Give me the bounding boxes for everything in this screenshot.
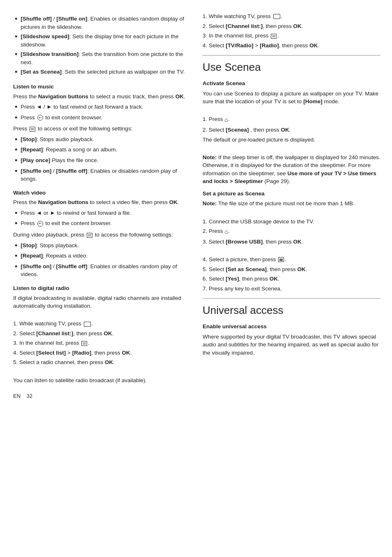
- use-scenea-heading: Use Scenea: [203, 60, 380, 75]
- set-step4: 4. Select a picture, then press .: [203, 255, 380, 264]
- back-icon: ↩: [37, 115, 43, 121]
- set-step6: 6. Select [Yes], then press OK.: [203, 275, 380, 283]
- step5-left: 5. Select a radio channel, then press OK…: [13, 358, 191, 367]
- listen-digital-radio-intro: If digital broadcasting is available, di…: [13, 294, 191, 310]
- list-item: [Slideshow speed]: Sets the display time…: [13, 32, 191, 49]
- step4-left: 4. Select [Select list] > [Radio], then …: [13, 349, 191, 357]
- activate-step1: 1. Press ⌂.: [203, 115, 380, 124]
- list-item: [Repeat]: Repeats a song or an album.: [13, 146, 191, 155]
- list-item: [Slideshow transition]: Sets the transit…: [13, 50, 191, 66]
- activate-scenea-title: Activate Scenea: [203, 79, 380, 88]
- watch-video-title: Watch video: [13, 189, 191, 197]
- step1-left: 1. While watching TV, press .: [13, 320, 191, 328]
- watch-video-intro: Press the Navigation buttons to select a…: [13, 198, 191, 207]
- step3-left: 3. In the channel list, press .: [13, 339, 191, 347]
- activate-scenea-intro: You can use Scenea to display a picture …: [203, 90, 380, 106]
- set-step3: 3. Select [Browse USB], then press OK.: [203, 238, 380, 246]
- list-item: Press ◄ or ► to rewind or fast forward a…: [13, 209, 191, 218]
- options-icon: [271, 34, 277, 39]
- tv-icon: [84, 322, 91, 327]
- options-icon: [87, 233, 92, 238]
- listen-music-bullets: Press ◄ / ► to fast rewind or fast forwa…: [13, 103, 191, 122]
- tv-icon: [273, 14, 280, 19]
- set-step2: 2. Press ⌂.: [203, 227, 380, 236]
- lang-label: EN: [13, 393, 21, 399]
- step2-left: 2. Select [Channel list:], then press OK…: [13, 330, 191, 338]
- home-icon-2: ⌂: [224, 228, 228, 235]
- list-item: Press ◄ / ► to fast rewind or fast forwa…: [13, 103, 191, 112]
- enable-universal-text: Where supported by your digital TV broad…: [203, 333, 380, 357]
- home-icon: ⌂: [224, 116, 228, 123]
- enable-universal-title: Enable universal access: [203, 323, 380, 331]
- options-icon: [30, 127, 35, 132]
- set-step5: 5. Select [Set as Scenea], then press OK…: [203, 265, 380, 274]
- step2-right: 2. Select [Channel list:], then press OK…: [203, 22, 380, 30]
- left-column: [Shuffle off] / [Shuffle on]: Enables or…: [13, 12, 191, 400]
- page-footer: EN 32: [13, 392, 191, 400]
- page: [Shuffle off] / [Shuffle on]: Enables or…: [0, 0, 392, 413]
- set-step7: 7. Press any key to exit Scenea.: [203, 285, 380, 293]
- list-item: Press ↩ to exit content browser.: [13, 114, 191, 123]
- right-column: 1. While watching TV, press . 2. Select …: [203, 12, 380, 400]
- top-bullet-list: [Shuffle off] / [Shuffle on]: Enables or…: [13, 15, 191, 77]
- set-step1: 1. Connect the USB storage device to the…: [203, 218, 380, 226]
- step4-right: 4. Select [TV/Radio] > [Radio], then pre…: [203, 42, 380, 50]
- step3-right: 3. In the channel list, press .: [203, 32, 380, 40]
- list-item: Press ↩ to exit the content browser.: [13, 219, 191, 228]
- universal-access-heading: Universal access: [203, 303, 380, 318]
- options-icon: [278, 257, 284, 262]
- watch-video-settings: [Stop]: Stops playback. [Repeat]: Repeat…: [13, 241, 191, 278]
- scenea-note: Note: If the sleep timer is off, the wal…: [203, 153, 380, 186]
- activate-note: The default or pre-loaded picture is dis…: [203, 136, 380, 144]
- listen-music-settings-intro: Press to access or exit the following se…: [13, 125, 191, 133]
- set-picture-title: Set a picture as Scenea: [203, 190, 380, 198]
- list-item: [Shuffle off] / [Shuffle on]: Enables or…: [13, 15, 191, 31]
- divider-universal: [203, 298, 380, 299]
- watch-video-bullets: Press ◄ or ► to rewind or fast forward a…: [13, 209, 191, 228]
- set-picture-note: Note: The file size of the picture must …: [203, 200, 380, 208]
- activate-step2: 2. Select [Scenea] , then press OK.: [203, 126, 380, 134]
- divider-scenea: [203, 55, 380, 56]
- listen-digital-radio-title: Listen to digital radio: [13, 284, 191, 292]
- listen-music-intro: Press the Navigation buttons to select a…: [13, 93, 191, 101]
- listen-music-settings: [Stop]: Stops audio playback. [Repeat]: …: [13, 135, 191, 183]
- options-icon: [81, 341, 87, 346]
- back-icon: ↩: [37, 221, 43, 227]
- list-item: [Play once] Plays the file once.: [13, 156, 191, 165]
- list-item: [Shuffle on] / [Shuffle off]: Enables or…: [13, 262, 191, 278]
- satellite-note: You can listen to satellite radio broadc…: [13, 376, 191, 385]
- list-item: [Shuffle on] / [Shuffle off]: Enables or…: [13, 167, 191, 183]
- list-item: [Repeat]: Repeats a video.: [13, 252, 191, 261]
- list-item: [Stop]: Stops playback.: [13, 241, 191, 251]
- list-item: [Set as Scenea]: Sets the selected pictu…: [13, 68, 191, 77]
- page-number: 32: [27, 393, 32, 399]
- watch-video-settings-intro: During video playback, press to access t…: [13, 231, 191, 239]
- listen-music-title: Listen to music: [13, 83, 191, 91]
- step1-right: 1. While watching TV, press .: [203, 12, 380, 21]
- list-item: [Stop]: Stops audio playback.: [13, 135, 191, 144]
